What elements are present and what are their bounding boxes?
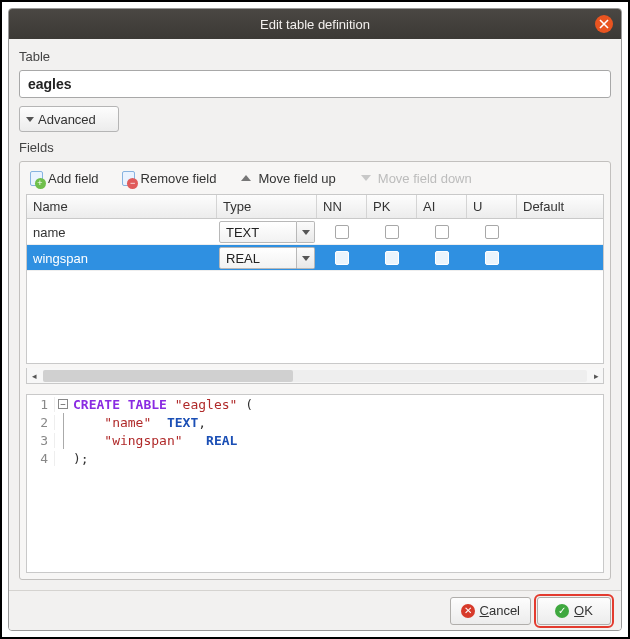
advanced-label: Advanced — [38, 112, 96, 127]
cell-ai[interactable] — [417, 219, 467, 245]
checkbox[interactable] — [385, 225, 399, 239]
grid-h-scrollbar[interactable]: ◂ ▸ — [26, 368, 604, 384]
gutter: 3 — [27, 433, 55, 448]
cancel-label: Cancel — [480, 603, 520, 618]
col-name[interactable]: Name — [27, 195, 217, 218]
remove-field-icon: − — [121, 170, 137, 186]
add-field-label: Add field — [48, 171, 99, 186]
move-field-up-button[interactable]: Move field up — [238, 170, 335, 186]
gutter: 1 — [27, 397, 55, 412]
table-label: Table — [19, 49, 611, 64]
sql-line-2: "name" TEXT, — [71, 415, 206, 430]
fold-icon[interactable]: − — [55, 399, 71, 409]
cell-ai[interactable] — [417, 245, 467, 271]
move-up-label: Move field up — [258, 171, 335, 186]
col-type[interactable]: Type — [217, 195, 317, 218]
advanced-button[interactable]: Advanced — [19, 106, 119, 132]
sql-preview: 1 − CREATE TABLE "eagles" ( 2 "name" TEX… — [26, 394, 604, 573]
fields-toolbar: + Add field − Remove field Move field up… — [26, 168, 604, 190]
col-default[interactable]: Default — [517, 195, 603, 218]
move-down-label: Move field down — [378, 171, 472, 186]
dialog-footer: ✕ Cancel ✓ OK — [9, 590, 621, 630]
col-ai[interactable]: AI — [417, 195, 467, 218]
add-field-icon: + — [28, 170, 44, 186]
remove-field-label: Remove field — [141, 171, 217, 186]
type-dropdown-button[interactable] — [297, 221, 315, 243]
scroll-left-icon[interactable]: ◂ — [27, 369, 41, 383]
sql-line-1: CREATE TABLE "eagles" ( — [71, 397, 253, 412]
cell-type[interactable]: REAL — [217, 245, 317, 271]
chevron-down-icon — [302, 256, 310, 261]
ok-button[interactable]: ✓ OK — [537, 597, 611, 625]
cell-pk[interactable] — [367, 219, 417, 245]
cell-name[interactable]: name — [27, 219, 217, 245]
arrow-down-icon — [358, 170, 374, 186]
titlebar: Edit table definition — [9, 9, 621, 39]
fields-label: Fields — [19, 140, 611, 155]
table-row[interactable]: wingspanREAL — [27, 245, 603, 271]
cell-u[interactable] — [467, 219, 517, 245]
remove-field-button[interactable]: − Remove field — [121, 170, 217, 186]
grid-header: Name Type NN PK AI U Default — [27, 195, 603, 219]
scroll-right-icon[interactable]: ▸ — [589, 369, 603, 383]
cell-name[interactable]: wingspan — [27, 245, 217, 271]
type-select[interactable]: TEXT — [219, 221, 297, 243]
cancel-button[interactable]: ✕ Cancel — [450, 597, 531, 625]
table-row[interactable]: nameTEXT — [27, 219, 603, 245]
cell-nn[interactable] — [317, 219, 367, 245]
checkbox[interactable] — [385, 251, 399, 265]
col-u[interactable]: U — [467, 195, 517, 218]
sql-line-4: ); — [71, 451, 89, 466]
checkbox[interactable] — [485, 251, 499, 265]
checkbox[interactable] — [485, 225, 499, 239]
col-pk[interactable]: PK — [367, 195, 417, 218]
sql-line-3: "wingspan" REAL — [71, 433, 237, 448]
window-title: Edit table definition — [260, 17, 370, 32]
chevron-down-icon — [26, 117, 34, 122]
gutter: 4 — [27, 451, 55, 466]
close-icon — [599, 19, 609, 29]
gutter: 2 — [27, 415, 55, 430]
add-field-button[interactable]: + Add field — [28, 170, 99, 186]
checkbox[interactable] — [335, 225, 349, 239]
cell-type[interactable]: TEXT — [217, 219, 317, 245]
type-select[interactable]: REAL — [219, 247, 297, 269]
ok-label: OK — [574, 603, 593, 618]
fields-grid: Name Type NN PK AI U Default nameTEXTwin… — [26, 194, 604, 364]
cell-default[interactable] — [517, 245, 603, 271]
cell-pk[interactable] — [367, 245, 417, 271]
checkbox[interactable] — [335, 251, 349, 265]
checkbox[interactable] — [435, 225, 449, 239]
arrow-up-icon — [238, 170, 254, 186]
scroll-thumb[interactable] — [43, 370, 293, 382]
cancel-icon: ✕ — [461, 604, 475, 618]
chevron-down-icon — [302, 230, 310, 235]
ok-icon: ✓ — [555, 604, 569, 618]
col-nn[interactable]: NN — [317, 195, 367, 218]
cell-u[interactable] — [467, 245, 517, 271]
cell-nn[interactable] — [317, 245, 367, 271]
close-button[interactable] — [595, 15, 613, 33]
scroll-track[interactable] — [43, 370, 587, 382]
cell-default[interactable] — [517, 219, 603, 245]
checkbox[interactable] — [435, 251, 449, 265]
fields-panel: + Add field − Remove field Move field up… — [19, 161, 611, 580]
type-dropdown-button[interactable] — [297, 247, 315, 269]
table-name-input[interactable] — [19, 70, 611, 98]
move-field-down-button: Move field down — [358, 170, 472, 186]
